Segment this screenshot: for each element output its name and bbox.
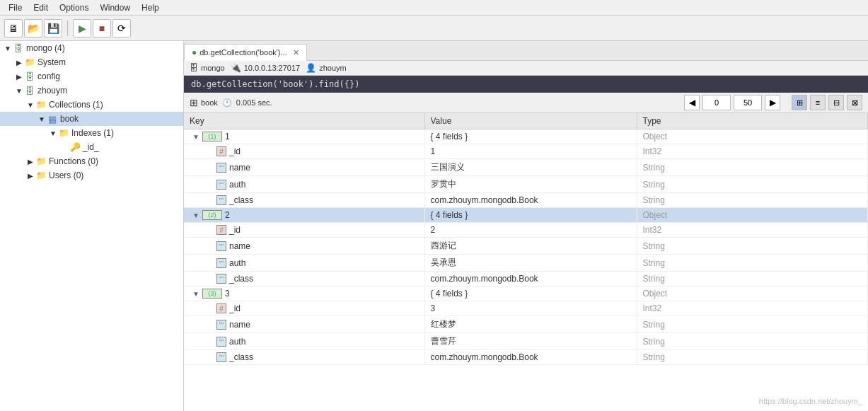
expand-arrow[interactable]: ▼ [192,212,202,219]
menu-options[interactable]: Options [54,1,94,14]
table-row[interactable]: ""name三国演义String [184,159,868,176]
table-row[interactable]: ""name西游记String [184,238,868,255]
open-button[interactable]: 📂 [24,19,42,37]
tree-toggle-system[interactable]: ▶ [14,57,24,67]
cell-key-text: _id [229,225,241,235]
tree-toggle-id-index [59,142,69,152]
table-row[interactable]: ""auth罗贯中String [184,176,868,193]
db-icon-zhouym: 🗄 [24,85,35,96]
tree-toggle-mongo[interactable]: ▼ [3,43,13,53]
sidebar: ▼ 🗄 mongo (4) ▶ 📁 System ▶ 🗄 config ▼ 🗄 … [0,41,184,411]
cell-key: ""_class [184,350,424,365]
view-table-button[interactable]: ⊞ [792,95,807,110]
cell-type-icon: "" [216,180,226,190]
table-row[interactable]: #_id3Int32 [184,301,868,316]
tree-toggle-config[interactable]: ▶ [14,71,24,81]
cell-key-text: name [229,163,250,173]
cell-value: 红楼梦 [424,316,637,333]
db-icon-config: 🗄 [24,71,35,82]
tree-toggle-book[interactable]: ▼ [37,114,47,124]
cell-key-text: _id [229,303,241,313]
tree-item-users[interactable]: ▶ 📁 Users (0) [0,168,183,183]
next-page-button[interactable]: ▶ [765,95,780,110]
tree-item-system[interactable]: ▶ 📁 System [0,55,183,69]
menu-file[interactable]: File [3,1,28,14]
page-current-input[interactable] [702,95,731,110]
tree-item-id-index[interactable]: 🔑 _id_ [0,140,183,154]
cell-type-icon: # [216,225,226,235]
table-row[interactable]: ""auth吴承恩String [184,255,868,272]
cell-type-icon: "" [216,352,226,362]
cell-type: Object [637,286,868,301]
results-time-icon: 🕐 [222,98,232,108]
prev-page-button[interactable]: ◀ [684,95,700,110]
tree-label-functions: Functions (0) [49,156,98,166]
cell-value: 三国演义 [424,159,637,176]
table-row[interactable]: ""_classcom.zhouym.mongodb.BookString [184,350,868,365]
tree-item-indexes[interactable]: ▼ 📁 Indexes (1) [0,126,183,140]
tree-toggle-functions[interactable]: ▶ [25,156,35,166]
tree-item-mongo[interactable]: ▼ 🗄 mongo (4) [0,41,183,55]
table-row[interactable]: ▼(3)3{ 4 fields }Object [184,286,868,301]
tree-item-zhouym[interactable]: ▼ 🗄 zhouym [0,83,183,98]
db-icon-mongo: 🗄 [13,42,24,54]
tab-close-button[interactable]: ✕ [293,48,299,57]
table-row[interactable]: ▼(2)2{ 4 fields }Object [184,208,868,223]
cell-type: Int32 [637,144,868,159]
cell-type: String [637,238,868,255]
tree-toggle-indexes[interactable]: ▼ [48,128,58,138]
table-row[interactable]: ▼(1)1{ 4 fields }Object [184,129,868,144]
stop-button[interactable]: ■ [93,19,111,37]
folder-icon-collections: 📁 [35,99,47,110]
menu-window[interactable]: Window [94,1,136,14]
tree-item-book[interactable]: ▼ ▦ book [0,112,183,126]
cell-key-text: _class [229,274,253,284]
cell-value: 西游记 [424,238,637,255]
cell-type-icon: "" [216,195,226,205]
cell-value: { 4 fields } [424,129,637,144]
tree-item-collections[interactable]: ▼ 📁 Collections (1) [0,98,183,112]
cell-value: 2 [424,223,637,238]
collection-icon-book: ▦ [47,113,58,125]
table-row[interactable]: #_id1Int32 [184,144,868,159]
tree-toggle-users[interactable]: ▶ [25,170,35,180]
tree-item-config[interactable]: ▶ 🗄 config [0,69,183,83]
new-button[interactable]: 🖥 [4,19,23,37]
tree-item-functions[interactable]: ▶ 📁 Functions (0) [0,154,183,168]
table-row[interactable]: ""_classcom.zhouym.mongodb.BookString [184,272,868,286]
page-size-input[interactable] [734,95,762,110]
table-row[interactable]: ""_classcom.zhouym.mongodb.BookString [184,193,868,208]
tree-toggle-collections[interactable]: ▼ [25,100,35,110]
tab-query[interactable]: ● db.getCollection('book')... ✕ [184,44,307,61]
run-button[interactable]: ▶ [73,19,91,37]
view-tree-button[interactable]: ⊟ [828,95,844,110]
save-button[interactable]: 💾 [44,19,62,37]
cell-key-text: 1 [225,132,230,141]
expand-arrow[interactable]: ▼ [192,290,202,298]
folder-icon-system: 📁 [24,57,35,68]
toolbar: 🖥 📂 💾 ▶ ■ ⟳ [0,16,868,41]
query-text[interactable]: db.getCollection('book').find({}) [191,79,359,89]
tree-label-book: book [60,114,79,124]
cell-key: ""_class [184,272,424,286]
host-icon: 🔌 [231,63,241,73]
tree-toggle-zhouym[interactable]: ▼ [14,86,24,95]
table-row[interactable]: #_id2Int32 [184,223,868,238]
tab-bar: ● db.getCollection('book')... ✕ [184,41,868,61]
watermark: https://blog.csdn.net/zhouym_ [759,397,862,405]
cell-type: String [637,333,868,350]
expand-arrow[interactable]: ▼ [192,133,202,141]
view-text-button[interactable]: ≡ [810,95,826,110]
results-table: Key Value Type ▼(1)1{ 4 fields }Object#_… [184,113,868,365]
table-row[interactable]: ""name红楼梦String [184,316,868,333]
tree-label-zhouym: zhouym [37,86,67,95]
menu-help[interactable]: Help [136,1,165,14]
view-custom-button[interactable]: ⊠ [847,95,862,110]
table-row[interactable]: ""auth曹雪芹String [184,333,868,350]
refresh-button[interactable]: ⟳ [112,19,131,37]
cell-key: ""name [184,159,424,176]
menu-edit[interactable]: Edit [28,1,54,14]
cell-type-icon: "" [216,258,226,268]
cell-type: String [637,272,868,286]
cell-value: 3 [424,301,637,316]
